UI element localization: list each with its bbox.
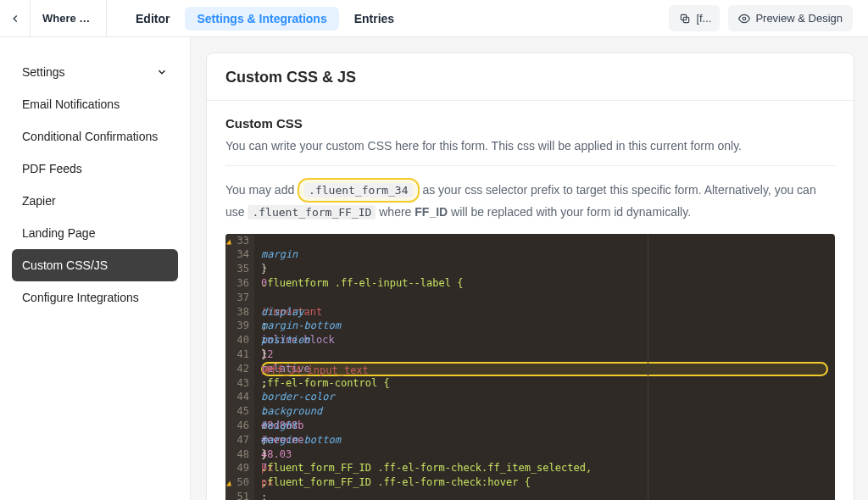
tab-editor[interactable]: Editor [124, 7, 181, 31]
content-area: Custom CSS & JS Custom CSS You can write… [191, 37, 868, 500]
copy-icon [679, 13, 691, 25]
tab-entries[interactable]: Entries [342, 7, 406, 31]
sidebar-item-label: Zapier [22, 194, 56, 208]
selector-main: .fluent_form_34 [304, 183, 412, 197]
chevron-left-icon [9, 13, 21, 25]
sidebar-item-label: Landing Page [22, 226, 95, 240]
sidebar-item-label: Conditional Confirmations [22, 130, 158, 143]
top-bar: Where did ... Editor Settings & Integrat… [0, 0, 868, 37]
top-tabs: Editor Settings & Integrations Entries [107, 7, 406, 31]
chevron-down-icon [156, 66, 168, 78]
sidebar-item-pdf[interactable]: PDF Feeds [12, 153, 178, 185]
preview-button[interactable]: Preview & Design [728, 5, 853, 31]
copy-id-label: [f... [696, 12, 711, 25]
form-title[interactable]: Where did ... [31, 0, 107, 36]
top-bar-right: [f... Preview & Design [669, 5, 853, 31]
sidebar-item-label: Configure Integrations [22, 291, 139, 304]
preview-label: Preview & Design [755, 12, 843, 25]
top-bar-left: Where did ... Editor Settings & Integrat… [0, 0, 406, 36]
ffid-strong: FF_ID [415, 205, 448, 219]
editor-gutter: ▲33343536 373839404142 434445464748▲49 5… [225, 234, 254, 500]
editor-ruler [648, 234, 648, 500]
css-section-heading: Custom CSS [225, 116, 835, 131]
section-divider [225, 165, 835, 166]
sidebar-item-landing[interactable]: Landing Page [12, 217, 178, 249]
sidebar-item-email[interactable]: Email Notifications [12, 88, 178, 120]
css-section-desc: You can write your custom CSS here for t… [225, 137, 835, 155]
side-nav: Settings Email Notifications Conditional… [0, 37, 191, 500]
sidebar-item-label: Custom CSS/JS [22, 258, 108, 272]
css-code-editor[interactable]: ▲33343536 373839404142 434445464748▲49 5… [225, 234, 835, 500]
svg-point-2 [743, 17, 747, 20]
editor-code[interactable]: margin: 0 !important; } .fluentform .ff-… [254, 234, 835, 500]
css-selector-info: You may add .fluent_form_34 as your css … [225, 178, 835, 222]
sidebar-item-settings[interactable]: Settings [12, 56, 178, 88]
back-button[interactable] [0, 0, 31, 36]
sidebar-item-label: Settings [22, 65, 65, 79]
tab-settings[interactable]: Settings & Integrations [185, 7, 338, 31]
sidebar-item-conditional[interactable]: Conditional Confirmations [12, 120, 178, 153]
sidebar-item-css[interactable]: Custom CSS/JS [12, 249, 178, 281]
sidebar-item-zapier[interactable]: Zapier [12, 185, 178, 217]
sidebar-item-integrations[interactable]: Configure Integrations [12, 281, 178, 314]
sidebar-item-label: Email Notifications [22, 97, 120, 111]
custom-css-card: Custom CSS & JS Custom CSS You can write… [206, 53, 854, 500]
card-title: Custom CSS & JS [207, 53, 854, 101]
sidebar-item-label: PDF Feeds [22, 162, 82, 175]
eye-icon [738, 13, 750, 25]
copy-id-button[interactable]: [f... [669, 5, 720, 31]
selector-alt: .fluent_form_FF_ID [248, 205, 376, 219]
